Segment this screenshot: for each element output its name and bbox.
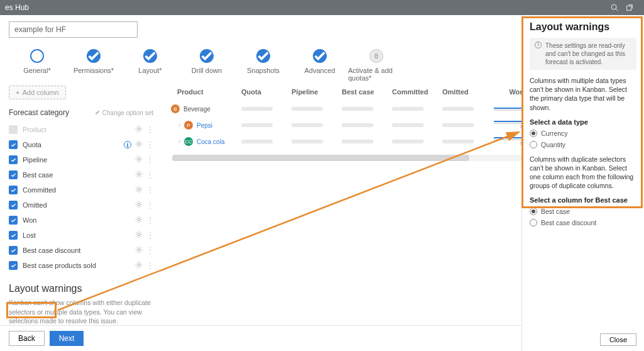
close-button[interactable]: Close bbox=[600, 333, 636, 346]
new-window-icon[interactable] bbox=[625, 3, 634, 12]
radio-label: Best case discount bbox=[541, 219, 596, 226]
caret-icon[interactable]: › bbox=[178, 122, 180, 128]
topbar-icons bbox=[610, 3, 639, 12]
cell-placeholder bbox=[442, 123, 474, 127]
radio-option[interactable]: Best case discount bbox=[530, 219, 636, 226]
gear-icon[interactable] bbox=[135, 231, 143, 240]
svg-line-36 bbox=[141, 176, 141, 176]
cell-placeholder bbox=[292, 140, 323, 143]
gear-icon[interactable] bbox=[135, 261, 143, 270]
gear-icon[interactable] bbox=[135, 125, 143, 135]
pencil-icon bbox=[94, 109, 101, 116]
svg-line-54 bbox=[141, 206, 141, 206]
radio-option[interactable]: Best case bbox=[530, 208, 636, 215]
step-activateaddquotas[interactable]: 8Activate & add quotas* bbox=[348, 49, 405, 82]
progress-line bbox=[494, 137, 525, 138]
product-name[interactable]: Pepsi bbox=[197, 122, 212, 129]
more-icon[interactable]: ⋮ bbox=[146, 170, 153, 179]
cell-placeholder bbox=[241, 107, 273, 111]
radio-label: Currency bbox=[541, 130, 568, 137]
svg-line-55 bbox=[136, 206, 137, 206]
more-icon[interactable]: ⋮ bbox=[146, 216, 153, 225]
more-icon[interactable]: ⋮ bbox=[146, 246, 153, 255]
cell-placeholder bbox=[292, 107, 323, 111]
more-icon[interactable]: ⋮ bbox=[146, 261, 153, 270]
gear-icon[interactable] bbox=[135, 140, 143, 150]
gear-icon[interactable] bbox=[135, 216, 143, 225]
checkbox[interactable] bbox=[9, 155, 18, 164]
product-name[interactable]: Coca cola bbox=[197, 138, 224, 145]
step-layout[interactable]: Layout* bbox=[122, 49, 178, 74]
step-general[interactable]: General* bbox=[9, 49, 65, 74]
more-icon[interactable]: ⋮ bbox=[146, 186, 153, 194]
gear-icon[interactable] bbox=[135, 246, 143, 255]
step-label: Advanced bbox=[305, 67, 336, 74]
change-option-set-link[interactable]: Change option set bbox=[94, 109, 153, 116]
column-header: Quota bbox=[241, 88, 292, 96]
checkbox[interactable] bbox=[9, 246, 18, 255]
svg-line-71 bbox=[136, 232, 137, 233]
scrollbar-thumb[interactable] bbox=[172, 155, 469, 161]
checkbox[interactable] bbox=[9, 125, 18, 134]
checkbox[interactable] bbox=[9, 261, 18, 270]
top-bar: es Hub bbox=[0, 0, 644, 15]
step-label: Snapshots bbox=[247, 67, 280, 74]
gear-icon[interactable] bbox=[135, 201, 143, 210]
svg-line-83 bbox=[141, 247, 141, 248]
svg-line-47 bbox=[141, 187, 141, 187]
gear-icon[interactable] bbox=[135, 186, 143, 195]
checkbox[interactable] bbox=[9, 201, 18, 209]
product-badge: CC bbox=[184, 137, 193, 146]
product-badge: P bbox=[184, 121, 193, 130]
svg-line-56 bbox=[141, 202, 141, 203]
category-name: Pipeline bbox=[23, 156, 130, 164]
gear-icon[interactable] bbox=[135, 170, 143, 180]
checkbox[interactable] bbox=[9, 216, 18, 225]
category-row: Committed⋮ bbox=[9, 182, 153, 198]
layout-warnings-title: Layout warnings bbox=[9, 283, 153, 294]
svg-line-65 bbox=[141, 217, 141, 218]
category-row: Omitted⋮ bbox=[9, 198, 153, 213]
next-button[interactable]: Next bbox=[50, 331, 84, 346]
checkbox[interactable] bbox=[9, 170, 18, 179]
step-circle bbox=[313, 49, 327, 63]
svg-point-57 bbox=[138, 218, 140, 221]
category-row: Pipeline⋮ bbox=[9, 152, 153, 167]
svg-line-90 bbox=[141, 266, 141, 267]
cell-placeholder bbox=[392, 140, 423, 143]
step-label: Permissions* bbox=[74, 67, 114, 74]
info-icon[interactable]: i bbox=[124, 141, 131, 148]
more-icon[interactable]: ⋮ bbox=[146, 155, 153, 164]
step-advanced[interactable]: Advanced bbox=[292, 49, 348, 74]
column-header: Omitted bbox=[442, 88, 493, 96]
svg-line-17 bbox=[136, 142, 137, 142]
checkbox[interactable] bbox=[9, 231, 18, 240]
step-drilldown[interactable]: Drill down bbox=[178, 49, 235, 74]
step-permissions[interactable]: Permissions* bbox=[65, 49, 122, 74]
back-button[interactable]: Back bbox=[9, 331, 45, 346]
search-input[interactable] bbox=[9, 21, 138, 38]
step-snapshots[interactable]: Snapshots bbox=[235, 49, 292, 74]
category-name: Lost bbox=[23, 231, 130, 239]
layout-warnings-desc: Kanban can't show columns with either du… bbox=[9, 298, 153, 326]
add-column-button[interactable]: + Add column bbox=[9, 86, 66, 99]
checkbox[interactable] bbox=[9, 186, 18, 194]
more-icon[interactable]: ⋮ bbox=[146, 201, 153, 209]
more-icon[interactable]: ⋮ bbox=[146, 231, 153, 240]
svg-point-75 bbox=[138, 248, 140, 251]
checkbox[interactable] bbox=[9, 140, 18, 149]
caret-icon[interactable]: › bbox=[178, 138, 180, 145]
step-label: Layout* bbox=[138, 67, 161, 74]
svg-line-20 bbox=[141, 142, 141, 142]
more-icon[interactable]: ⋮ bbox=[146, 125, 153, 134]
more-icon[interactable]: ⋮ bbox=[146, 140, 153, 149]
svg-point-0 bbox=[611, 4, 616, 9]
radio-option[interactable]: Currency bbox=[530, 130, 636, 137]
svg-point-66 bbox=[138, 233, 140, 236]
search-icon[interactable] bbox=[610, 3, 619, 12]
step-circle bbox=[143, 49, 157, 63]
left-column: + Add column Forecast category Change op… bbox=[9, 86, 153, 351]
gear-icon[interactable] bbox=[135, 155, 143, 165]
radio-option[interactable]: Quantity bbox=[530, 141, 636, 148]
category-name: Best case bbox=[23, 171, 130, 179]
